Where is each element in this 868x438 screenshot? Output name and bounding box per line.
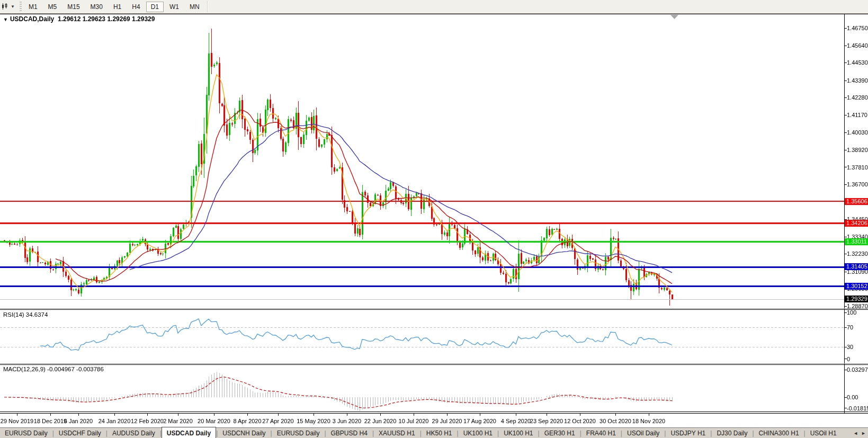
timeframe-button-h4[interactable]: H4 xyxy=(127,2,145,12)
tab-china300-h1[interactable]: CHINA300 H1 xyxy=(754,428,804,438)
date-tick-label: 20 Mar 2020 xyxy=(198,418,230,424)
date-tick-label: 24 Jan 2020 xyxy=(99,418,131,424)
tab-uk100-h1[interactable]: UK100 H1 xyxy=(459,428,497,438)
tab-fra40-h1[interactable]: FRA40 H1 xyxy=(581,428,621,438)
date-tick-label: 30 Oct 2020 xyxy=(599,418,631,424)
hline-price-flag: 1.31405 xyxy=(845,263,868,270)
timeframe-button-m5[interactable]: M5 xyxy=(43,2,62,12)
date-tick-label: 12 Feb 2020 xyxy=(131,418,164,424)
symbol-tabs: EURUSD Daily|USDCHF Daily|AUDUSD Daily|U… xyxy=(0,428,842,438)
date-tick-label: 29 Jul 2020 xyxy=(432,418,462,424)
date-tick-label: 18 Nov 2020 xyxy=(632,418,665,424)
timeframe-toolbar: ▼ M1M5M15M30H1H4D1W1MN xyxy=(0,0,868,14)
price-tick-label: 1.41170 xyxy=(847,112,867,118)
toolbar-separator xyxy=(207,1,208,12)
price-tick-label: 1.32230 xyxy=(847,251,868,257)
date-tick-label: 4 Sep 2020 xyxy=(501,418,531,424)
date-tick-label: 10 Jul 2020 xyxy=(399,418,429,424)
chart-type-button[interactable]: ▼ xyxy=(0,3,18,11)
rsi-scale-label: 100 xyxy=(847,309,856,316)
rsi-indicator-label: RSI(14) 34.6374 xyxy=(3,311,48,318)
tab-usoil-h1[interactable]: USOil H1 xyxy=(806,428,842,438)
tab-usdcad-daily[interactable]: USDCAD Daily xyxy=(162,427,216,438)
date-tick-label: 17 Aug 2020 xyxy=(463,418,496,424)
price-tick-label: 1.44530 xyxy=(847,59,868,66)
rsi-scale-label: 30 xyxy=(847,344,853,350)
timeframe-button-m1[interactable]: M1 xyxy=(24,2,42,12)
tab-scroll-arrows: ◄ ► xyxy=(853,431,868,436)
application-window: ▼ M1M5M15M30H1H4D1W1MN ▼USDCAD,Daily 1.2… xyxy=(0,0,868,438)
timeframe-button-w1[interactable]: W1 xyxy=(165,2,184,12)
hline-price-flag: 1.30152 xyxy=(845,283,868,290)
symbol-tab-bar: EURUSD Daily|USDCHF Daily|AUDUSD Daily|U… xyxy=(0,427,868,438)
macd-scale-label: -0.018154 xyxy=(847,405,868,412)
price-tick-label: 1.45640 xyxy=(847,42,868,49)
chart-title: ▼USDCAD,Daily 1.29612 1.29623 1.29269 1.… xyxy=(3,15,155,23)
price-tick-label: 1.37810 xyxy=(847,164,868,171)
tab-uk100-h1[interactable]: UK100 H1 xyxy=(499,428,538,438)
date-tick-label: 6 Jan 2020 xyxy=(64,418,93,424)
collapse-triangle-icon: ▼ xyxy=(3,17,8,22)
date-tick-label: 8 Apr 2020 xyxy=(233,418,261,424)
hline-price-flag: 1.35606 xyxy=(845,198,868,205)
date-tick-label: 18 Dec 2019 xyxy=(34,418,67,424)
price-tick-label: 1.43390 xyxy=(847,77,868,84)
macd-scale-label: 0.032972 xyxy=(847,367,868,373)
tab-ger30-h1[interactable]: GER30 H1 xyxy=(540,428,580,438)
date-tick-label: 27 Apr 2020 xyxy=(262,418,293,424)
date-tick-label: 22 Jun 2020 xyxy=(364,418,397,424)
price-tick-label: 1.42280 xyxy=(847,94,868,101)
tab-eurusd-daily[interactable]: EURUSD Daily xyxy=(272,428,325,438)
tab-usdjpy-h1[interactable]: USDJPY H1 xyxy=(666,428,710,438)
date-tick-label: 2 Mar 2020 xyxy=(163,418,193,424)
tab-scroll-left-icon[interactable]: ◄ xyxy=(853,431,858,436)
chart-symbol-label: USDCAD,Daily xyxy=(10,15,54,23)
date-tick-label: 12 Oct 2020 xyxy=(564,418,596,424)
macd-indicator-label: MACD(12,26,9) -0.004967 -0.003786 xyxy=(3,366,104,372)
tab-scroll-right-icon[interactable]: ► xyxy=(861,431,866,436)
rsi-scale-label: 0 xyxy=(847,356,850,362)
date-tick-label: 3 Jun 2020 xyxy=(333,418,361,424)
timeframe-button-d1[interactable]: D1 xyxy=(146,2,164,12)
tab-usdcnh-daily[interactable]: USDCNH Daily xyxy=(218,428,270,438)
hline-price-flag: 1.34206 xyxy=(845,220,868,227)
tab-audusd-daily[interactable]: AUDUSD Daily xyxy=(108,428,160,438)
tab-hk50-h1[interactable]: HK50 H1 xyxy=(422,428,457,438)
tab-usdchf-daily[interactable]: USDCHF Daily xyxy=(54,428,106,438)
macd-scale-label: 0.00 xyxy=(847,394,858,400)
tab-eurusd-daily[interactable]: EURUSD Daily xyxy=(0,428,52,438)
timeframe-button-m15[interactable]: M15 xyxy=(62,2,84,12)
hline-price-flag: 1.33011 xyxy=(845,238,868,245)
candlestick-chart-icon xyxy=(1,3,9,11)
price-tick-label: 1.40030 xyxy=(847,129,868,136)
timeframe-buttons: M1M5M15M30H1H4D1W1MN xyxy=(23,2,205,12)
toolbar-drag-handle[interactable] xyxy=(20,2,22,12)
timeframe-button-h1[interactable]: H1 xyxy=(109,2,126,12)
rsi-scale-label: 70 xyxy=(847,324,853,330)
date-tick-label: 23 Sep 2020 xyxy=(530,418,563,424)
price-chart-canvas[interactable] xyxy=(0,0,868,427)
tab-dj30-daily[interactable]: DJ30 Daily xyxy=(712,428,752,438)
tab-xauusd-h1[interactable]: XAUUSD H1 xyxy=(374,428,420,438)
timeframe-button-m30[interactable]: M30 xyxy=(86,2,108,12)
date-tick-label: 29 Nov 2019 xyxy=(1,418,33,424)
chart-ohlc-values: 1.29612 1.29623 1.29269 1.29329 xyxy=(58,15,155,23)
chevron-down-icon: ▼ xyxy=(11,4,15,9)
timeframe-button-mn[interactable]: MN xyxy=(185,2,204,12)
current-price-flag: 1.29329 xyxy=(845,296,868,302)
tab-gbpusd-h4[interactable]: GBPUSD H4 xyxy=(326,428,372,438)
price-tick-label: 1.28870 xyxy=(847,303,868,309)
price-tick-label: 1.46750 xyxy=(847,25,868,31)
date-tick-label: 15 May 2020 xyxy=(297,418,330,424)
tab-usoil-daily[interactable]: USOil Daily xyxy=(622,428,664,438)
price-tick-label: 1.36700 xyxy=(847,181,868,187)
price-tick-label: 1.38920 xyxy=(847,147,868,153)
